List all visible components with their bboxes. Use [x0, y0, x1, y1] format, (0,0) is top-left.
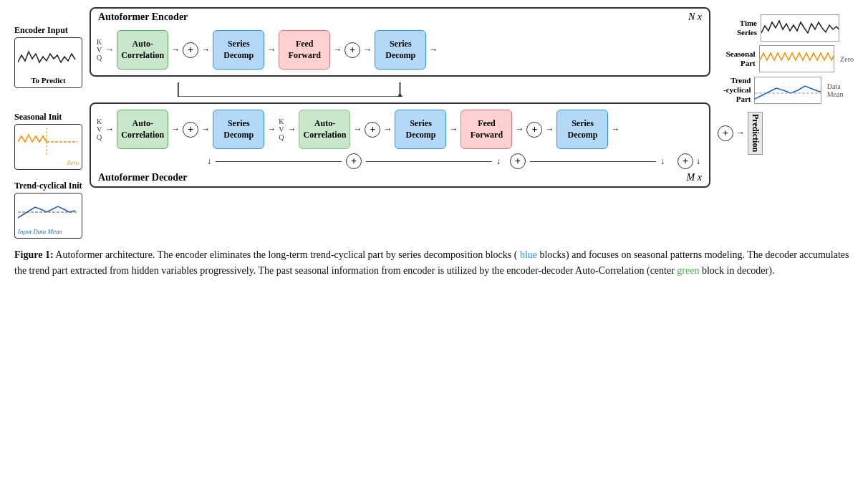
trend-cyclical-label: Trend-cyclicalPart: [718, 76, 751, 105]
encoder-title: Autoformer Encoder: [98, 11, 188, 23]
trend-cyclical-init-section: Trend-cyclical Init Input Data Mean: [14, 181, 82, 239]
decoder-mx: M x: [687, 172, 702, 183]
down-arr3: ↓: [660, 156, 665, 167]
trend-cyclical-svg: [755, 77, 821, 104]
dec-arr8: →: [449, 124, 458, 135]
time-series-box: [761, 14, 839, 42]
prediction-area: + → Prediction: [718, 112, 854, 155]
encoder-box: Autoformer Encoder N x K V Q → Auto-Corr…: [90, 7, 710, 77]
encoder-input-box: To Predict: [14, 37, 82, 88]
encoder-series-decomp1-block: SeriesDecomp: [213, 30, 264, 70]
diagram-wrapper: Encoder Input To Predict Seasonal Init: [14, 7, 854, 239]
dec-arr4: →: [267, 124, 276, 135]
caption-green-text: green: [677, 265, 699, 276]
prediction-label: Prediction: [750, 114, 761, 152]
prediction-box: Prediction: [748, 112, 763, 155]
left-inputs: Encoder Input To Predict Seasonal Init: [14, 7, 82, 239]
connector-area: [90, 82, 710, 97]
zero-label-seasonal: Zero: [18, 159, 79, 166]
decoder-kvq2: K V Q: [279, 118, 284, 141]
encoder-series-decomp2-block: SeriesDecomp: [375, 30, 426, 70]
seasonal-part-chart: SeasonalPart Zero: [718, 45, 854, 72]
encoder-content: K V Q → Auto-Correlation → + → SeriesDec…: [97, 30, 700, 70]
decoder-autocorr1-block: Auto-Correlation: [117, 110, 168, 149]
time-series-svg: [761, 15, 839, 42]
decoder-trend-plus1: +: [346, 153, 362, 169]
encoder-nx: N x: [688, 11, 702, 23]
to-predict-label: To Predict: [18, 76, 79, 85]
arrow6: →: [429, 44, 438, 55]
trend-cyclical-init-label: Trend-cyclical Init: [14, 181, 82, 191]
decoder-trend-plus2: +: [510, 153, 526, 169]
down-arr2: ↓: [496, 156, 501, 167]
spacer1: [14, 95, 82, 108]
seasonal-part-box: [759, 45, 834, 72]
trend-waveform: [18, 196, 77, 225]
encoder-input-section: Encoder Input To Predict: [14, 25, 82, 92]
encoder-plus2: +: [344, 42, 360, 58]
encoder-input-label: Encoder Input: [14, 25, 82, 36]
svg-marker-6: [397, 93, 402, 97]
encoder-plus1: +: [183, 42, 198, 58]
caption-blue-text: blue: [520, 249, 537, 260]
trend-line1: [216, 161, 342, 162]
dec-arr5: →: [287, 124, 296, 135]
prediction-plus: +: [718, 125, 733, 141]
input-data-mean-label: Input Data Mean: [18, 228, 79, 235]
time-series-label: TimeSeries: [718, 19, 757, 37]
decoder-plus2: +: [365, 122, 380, 138]
dec-arr3: →: [201, 124, 210, 135]
seasonal-waveform: [18, 128, 77, 156]
seasonal-init-box: Zero: [14, 124, 82, 170]
dec-arr7: →: [383, 124, 392, 135]
trend-cyclical-init-box: Input Data Mean: [14, 193, 82, 239]
down-arr1: ↓: [207, 156, 211, 167]
zero-chart-label: Zero: [840, 55, 854, 63]
arrow5: →: [363, 44, 372, 55]
dec-arr10: →: [545, 124, 554, 135]
data-mean-label: Data Mean: [827, 82, 854, 98]
dec-arr6: →: [353, 124, 362, 135]
dec-arr9: →: [515, 124, 524, 135]
main-diagram: Autoformer Encoder N x K V Q → Auto-Corr…: [90, 7, 710, 188]
decoder-series-decomp3-block: SeriesDecomp: [556, 110, 608, 149]
arrow-to-autocorr1: →: [105, 44, 114, 55]
decoder-trend-row: ↓ + ↓ + ↓ + ↓: [97, 153, 700, 169]
trend-line3: [530, 161, 656, 162]
decoder-kvq1: K V Q: [97, 118, 102, 141]
seasonal-part-label: SeasonalPart: [718, 49, 756, 68]
kvq-label: K V Q: [97, 38, 102, 62]
decoder-title: Autoformer Decoder: [98, 172, 188, 183]
trend-cyclical-chart: Trend-cyclicalPart Data Mean: [718, 76, 854, 105]
caption-text3: block in decoder).: [702, 265, 774, 276]
pred-arrow: →: [736, 128, 745, 138]
decoder-main-row: K V Q → Auto-Correlation → + → SeriesDec…: [97, 110, 700, 149]
caption-text1: Autoformer architecture. The encoder eli…: [55, 249, 517, 260]
decoder-trend-plus3: +: [677, 153, 693, 169]
time-series-chart: TimeSeries: [718, 14, 854, 42]
decoder-autocorr2-block: Auto-Correlation: [299, 110, 350, 149]
dec-arrow1: →: [105, 124, 114, 135]
dec-arr11: →: [611, 124, 619, 135]
arrow3: →: [267, 44, 276, 55]
seasonal-init-section: Seasonal Init Zero: [14, 112, 82, 173]
arrow4: →: [333, 44, 342, 55]
dec-arr2: →: [171, 124, 180, 135]
to-predict-waveform: [18, 41, 77, 73]
trend-cyclical-box: [754, 77, 821, 104]
decoder-feed-forward-block: FeedForward: [460, 110, 512, 149]
right-charts: TimeSeries SeasonalPart Zero Trend-cycli…: [718, 7, 854, 155]
figure-label: Figure 1:: [14, 249, 54, 260]
decoder-plus3: +: [526, 122, 542, 138]
decoder-series-decomp2-block: SeriesDecomp: [395, 110, 446, 149]
decoder-plus1: +: [183, 122, 198, 138]
figure-caption: Figure 1: Autoformer architecture. The e…: [14, 247, 854, 279]
arrow1: →: [171, 44, 180, 55]
decoder-box: Autoformer Decoder M x K V Q → Auto-Corr…: [90, 102, 710, 188]
decoder-series-decomp1-block: SeriesDecomp: [213, 110, 264, 149]
down-arr4: ↓: [696, 156, 700, 167]
encoder-autocorr-block: Auto-Correlation: [117, 30, 168, 70]
trend-line2: [366, 161, 492, 162]
seasonal-svg: [760, 46, 834, 72]
arrow2: →: [201, 44, 210, 55]
